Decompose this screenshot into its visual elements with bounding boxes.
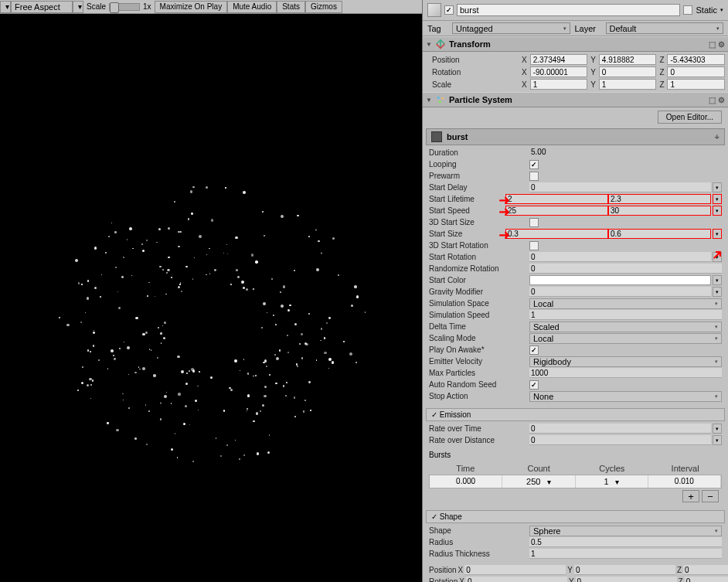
gravity-field[interactable] bbox=[529, 287, 711, 297]
startrot3d-checkbox[interactable] bbox=[529, 241, 539, 250]
burst-count-cell[interactable]: 250 ▾ bbox=[502, 475, 575, 488]
burst-row[interactable]: 0.000 250 ▾ 1 ▾ 0.010 bbox=[429, 475, 722, 488]
aspect-dropdown[interactable]: Free Aspect bbox=[11, 1, 73, 13]
burst-time-cell[interactable]: 0.000 bbox=[430, 475, 502, 488]
randrot-field[interactable] bbox=[529, 264, 722, 274]
burst-cycles-cell[interactable]: 1 ▾ bbox=[576, 475, 648, 488]
scalingmode-label: Scaling Mode bbox=[429, 334, 529, 342]
scalingmode-dropdown[interactable]: Local bbox=[529, 333, 722, 344]
startsize-a-field[interactable] bbox=[505, 229, 608, 239]
open-editor-button[interactable]: Open Editor... bbox=[658, 111, 722, 124]
burst-add-button[interactable]: + bbox=[682, 490, 699, 502]
scale-slider[interactable] bbox=[109, 3, 140, 11]
startsize-b-field[interactable] bbox=[608, 229, 711, 239]
startdelay-label: Start Delay bbox=[429, 183, 529, 192]
shape-py[interactable] bbox=[574, 565, 675, 575]
startdelay-field[interactable] bbox=[529, 182, 711, 192]
ps-main-name: burst bbox=[447, 132, 468, 141]
svg-point-1 bbox=[441, 97, 444, 100]
shape-rx[interactable] bbox=[466, 577, 567, 582]
scale-x-field[interactable] bbox=[530, 79, 588, 90]
startsize-curve-button[interactable]: ▾ bbox=[713, 229, 722, 239]
stopaction-dropdown[interactable]: None bbox=[529, 391, 722, 402]
shape-module-header[interactable]: Shape bbox=[426, 510, 725, 523]
rotation-x-field[interactable] bbox=[530, 66, 588, 77]
ratetime-curve-button[interactable]: ▾ bbox=[713, 424, 722, 434]
gizmos-toggle[interactable]: Gizmos bbox=[305, 1, 342, 13]
shape-ry[interactable] bbox=[576, 577, 677, 582]
startsize3d-label: 3D Start Size bbox=[429, 218, 529, 226]
transform-icon bbox=[435, 39, 446, 49]
emittervel-label: Emitter Velocity bbox=[429, 357, 529, 366]
aspect-arrow[interactable]: ▾ bbox=[73, 1, 83, 13]
startlifetime-curve-button[interactable]: ▾ bbox=[713, 194, 722, 204]
game-toolbar: ▾ Free Aspect ▾ Scale 1x Maximize On Pla… bbox=[0, 0, 422, 14]
position-z-field[interactable] bbox=[667, 54, 725, 65]
simspace-dropdown[interactable]: Local bbox=[529, 298, 722, 309]
duration-value[interactable]: 5.00 bbox=[529, 148, 722, 158]
startrot-field[interactable] bbox=[529, 252, 711, 262]
startspeed-curve-button[interactable]: ▾ bbox=[713, 206, 722, 216]
ps-foldout-icon: ▼ bbox=[426, 97, 432, 104]
rotation-z-field[interactable] bbox=[667, 66, 725, 77]
startlifetime-a-field[interactable] bbox=[505, 194, 608, 204]
static-dropdown-arrow[interactable]: ▾ bbox=[720, 7, 723, 13]
startrot-curve-button[interactable]: ▾ bbox=[713, 252, 722, 262]
ps-add-icon[interactable]: + bbox=[715, 132, 719, 141]
ratedist-field[interactable] bbox=[529, 435, 711, 445]
startspeed-a-field[interactable] bbox=[505, 206, 608, 216]
shape-px[interactable] bbox=[464, 565, 566, 575]
autoseed-checkbox[interactable] bbox=[529, 380, 539, 390]
scale-value: 1x bbox=[140, 2, 155, 11]
scale-y-field[interactable] bbox=[599, 79, 657, 90]
simspeed-field[interactable] bbox=[529, 310, 722, 320]
position-y-field[interactable] bbox=[599, 54, 657, 65]
radius-field[interactable] bbox=[529, 537, 722, 547]
gravity-curve-button[interactable]: ▾ bbox=[713, 287, 722, 297]
startsize3d-checkbox[interactable] bbox=[529, 218, 539, 227]
emission-module-header[interactable]: Emission bbox=[426, 408, 725, 421]
scale-z-field[interactable] bbox=[667, 79, 725, 90]
startcolor-curve-button[interactable]: ▾ bbox=[713, 275, 722, 285]
shape-dropdown[interactable]: Sphere bbox=[529, 526, 722, 536]
position-x-field[interactable] bbox=[530, 54, 588, 65]
startlifetime-b-field[interactable] bbox=[608, 194, 711, 204]
startspeed-b-field[interactable] bbox=[608, 206, 711, 216]
transform-foldout-icon: ▼ bbox=[426, 41, 432, 48]
tag-dropdown[interactable]: Untagged bbox=[452, 22, 570, 34]
transform-help-icon[interactable]: ⬚ ⚙ bbox=[709, 40, 725, 49]
thickness-field[interactable] bbox=[529, 549, 722, 559]
rotation-y-field[interactable] bbox=[599, 66, 657, 77]
maximize-on-play-toggle[interactable]: Maximize On Play bbox=[155, 1, 228, 13]
shape-pz[interactable] bbox=[683, 565, 728, 575]
startcolor-field[interactable] bbox=[529, 275, 711, 285]
looping-checkbox[interactable] bbox=[529, 160, 539, 169]
prewarm-checkbox[interactable] bbox=[529, 172, 539, 181]
gameobject-active-checkbox[interactable] bbox=[444, 5, 454, 15]
playonawake-checkbox[interactable] bbox=[529, 345, 539, 355]
ps-main-module-header[interactable]: burst + bbox=[426, 128, 725, 145]
static-checkbox[interactable] bbox=[683, 5, 692, 15]
particle-system-component-header[interactable]: ▼ Particle System ⬚ ⚙ bbox=[423, 92, 728, 107]
shape-rz[interactable] bbox=[685, 577, 728, 582]
transform-component-header[interactable]: ▼ Transform ⬚ ⚙ bbox=[423, 36, 728, 52]
gameobject-icon[interactable] bbox=[427, 3, 441, 17]
display-dropdown[interactable]: ▾ bbox=[0, 1, 11, 13]
emittervel-dropdown[interactable]: Rigidbody bbox=[529, 356, 722, 367]
deltatime-dropdown[interactable]: Scaled bbox=[529, 322, 722, 332]
ratedist-curve-button[interactable]: ▾ bbox=[713, 435, 722, 445]
game-view bbox=[0, 14, 422, 582]
ratetime-field[interactable] bbox=[529, 424, 711, 434]
maxparticles-field[interactable] bbox=[529, 368, 722, 378]
ps-gear-icon[interactable]: ⬚ ⚙ bbox=[709, 96, 725, 104]
burst-remove-button[interactable]: − bbox=[702, 490, 719, 502]
ps-title: Particle System bbox=[449, 95, 512, 104]
playonawake-label: Play On Awake* bbox=[429, 345, 529, 354]
gameobject-name-field[interactable] bbox=[457, 4, 680, 16]
layer-dropdown[interactable]: Default bbox=[606, 22, 724, 34]
prewarm-label: Prewarm bbox=[429, 172, 529, 180]
stats-toggle[interactable]: Stats bbox=[277, 1, 305, 13]
mute-audio-toggle[interactable]: Mute Audio bbox=[227, 1, 277, 13]
startdelay-curve-button[interactable]: ▾ bbox=[713, 182, 722, 192]
burst-interval-cell[interactable]: 0.010 bbox=[648, 475, 721, 488]
